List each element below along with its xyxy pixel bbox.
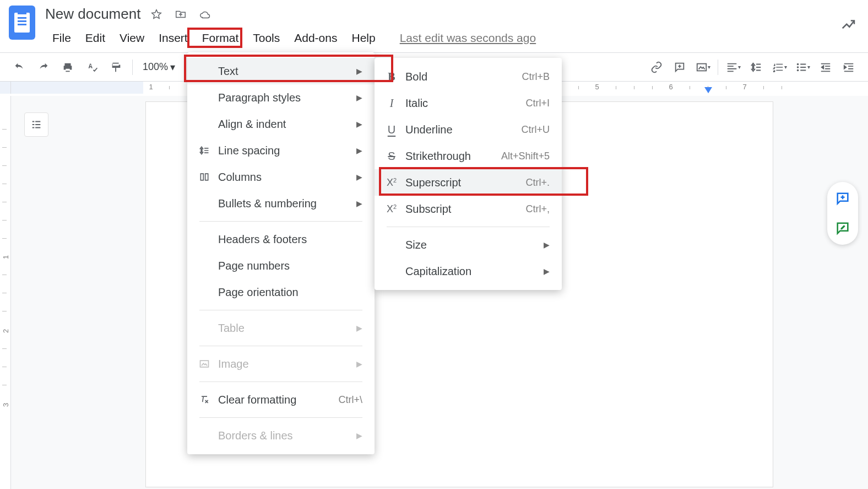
menu-tools[interactable]: Tools	[246, 29, 287, 47]
chevron-right-icon: ▶	[356, 359, 362, 368]
paint-format-button[interactable]	[107, 58, 126, 77]
menu-help[interactable]: Help	[344, 29, 382, 47]
svg-point-3	[796, 69, 799, 71]
chevron-right-icon: ▶	[356, 67, 362, 76]
text-subscript-item[interactable]: X2 Subscript Ctrl+,	[375, 196, 562, 222]
format-page-numbers-item[interactable]: Page numbers	[187, 252, 375, 279]
format-table-item: Table ▶	[187, 315, 375, 341]
menu-label: Italic	[405, 97, 497, 110]
vertical-ruler[interactable]: 1 2 3	[0, 96, 11, 489]
text-size-item[interactable]: Size ▶	[375, 232, 562, 258]
menu-label: Borders & lines	[218, 429, 339, 442]
menu-label: Paragraph styles	[218, 92, 339, 104]
chevron-right-icon: ▶	[356, 146, 362, 155]
underline-icon: U	[384, 123, 399, 136]
menu-insert[interactable]: Insert	[151, 29, 195, 47]
menu-label: Columns	[218, 171, 339, 184]
cloud-status-icon[interactable]	[199, 8, 211, 20]
menu-shortcut: Ctrl+I	[525, 98, 550, 109]
svg-point-2	[796, 66, 799, 68]
text-bold-item[interactable]: B Bold Ctrl+B	[375, 63, 562, 90]
zoom-select[interactable]: 100%▾	[139, 61, 178, 73]
line-spacing-button[interactable]	[747, 58, 766, 77]
format-bullets-numbering-item[interactable]: Bullets & numbering ▶	[187, 190, 375, 217]
chevron-right-icon: ▶	[544, 267, 550, 276]
insert-comment-button[interactable]	[670, 58, 689, 77]
menu-label: Size	[405, 239, 526, 251]
ruler-number: 7	[742, 83, 746, 91]
format-align-indent-item[interactable]: Align & indent ▶	[187, 111, 375, 137]
menu-shortcut: Ctrl+B	[522, 71, 550, 83]
chevron-right-icon: ▶	[356, 93, 362, 102]
menu-label: Table	[218, 322, 339, 335]
add-comment-fab[interactable]	[832, 187, 854, 209]
italic-icon: I	[384, 97, 399, 110]
menu-label: Headers & footers	[218, 233, 362, 246]
chevron-down-icon: ▾	[170, 61, 175, 73]
text-capitalization-item[interactable]: Capitalization ▶	[375, 258, 562, 284]
format-page-orientation-item[interactable]: Page orientation	[187, 279, 375, 305]
bulleted-list-button[interactable]: ▾	[793, 58, 812, 77]
menu-shortcut: Alt+Shift+5	[501, 151, 550, 162]
undo-button[interactable]	[10, 58, 29, 77]
decrease-indent-button[interactable]	[816, 58, 835, 77]
star-icon[interactable]	[150, 8, 162, 20]
chevron-right-icon: ▶	[544, 240, 550, 249]
side-actions	[827, 182, 858, 245]
text-italic-item[interactable]: I Italic Ctrl+I	[375, 90, 562, 116]
menu-addons[interactable]: Add-ons	[287, 29, 344, 47]
text-superscript-item[interactable]: X2 Superscript Ctrl+.	[375, 169, 562, 196]
ruler-number: 1	[149, 83, 153, 91]
menu-edit[interactable]: Edit	[78, 29, 112, 47]
format-clear-formatting-item[interactable]: Clear formatting Ctrl+\	[187, 386, 375, 413]
menu-file[interactable]: File	[45, 29, 78, 47]
ruler-indent-marker[interactable]	[704, 87, 712, 96]
format-line-spacing-item[interactable]: Line spacing ▶	[187, 137, 375, 164]
last-edit-link[interactable]: Last edit was seconds ago	[393, 29, 544, 47]
menu-label: Line spacing	[218, 144, 339, 157]
insert-link-button[interactable]	[647, 58, 666, 77]
clear-format-icon	[197, 394, 211, 405]
vruler-number: 2	[2, 329, 10, 333]
move-icon[interactable]	[175, 8, 187, 20]
text-submenu: B Bold Ctrl+B I Italic Ctrl+I U Underlin…	[375, 58, 562, 290]
chevron-right-icon: ▶	[356, 431, 362, 440]
insert-image-button[interactable]: ▾	[693, 58, 712, 77]
subscript-icon: X2	[384, 203, 399, 215]
ruler-number: 5	[595, 83, 599, 91]
menu-label: Page numbers	[218, 260, 362, 272]
format-menu: Text ▶ Paragraph styles ▶ Align & indent…	[187, 52, 375, 454]
format-borders-lines-item: Borders & lines ▶	[187, 422, 375, 449]
format-text-item[interactable]: Text ▶	[187, 58, 375, 84]
suggest-edits-fab[interactable]	[832, 217, 854, 239]
format-columns-item[interactable]: Columns ▶	[187, 164, 375, 190]
menu-label: Clear formatting	[218, 394, 310, 406]
bold-icon: B	[384, 71, 399, 83]
menu-label: Text	[218, 65, 339, 78]
line-spacing-icon	[197, 145, 211, 156]
print-button[interactable]	[58, 58, 77, 77]
document-outline-button[interactable]	[24, 112, 48, 137]
menu-label: Capitalization	[405, 265, 526, 278]
document-title[interactable]: New document	[45, 6, 140, 23]
docs-logo[interactable]	[9, 6, 35, 40]
menu-shortcut: Ctrl+,	[525, 203, 550, 215]
image-icon	[197, 358, 211, 369]
superscript-icon: X2	[384, 177, 399, 189]
format-paragraph-styles-item[interactable]: Paragraph styles ▶	[187, 84, 375, 111]
vruler-number: 1	[2, 255, 10, 259]
menu-view[interactable]: View	[112, 29, 151, 47]
redo-button[interactable]	[34, 58, 53, 77]
menu-format[interactable]: Format	[195, 29, 246, 47]
format-headers-footers-item[interactable]: Headers & footers	[187, 226, 375, 252]
activity-icon[interactable]	[840, 17, 857, 35]
spellcheck-button[interactable]	[83, 58, 101, 77]
strikethrough-icon: S	[384, 150, 399, 163]
menu-label: Underline	[405, 123, 492, 136]
numbered-list-button[interactable]: ▾	[770, 58, 789, 77]
align-button[interactable]: ▾	[724, 58, 742, 77]
text-strikethrough-item[interactable]: S Strikethrough Alt+Shift+5	[375, 143, 562, 169]
increase-indent-button[interactable]	[839, 58, 858, 77]
format-image-item: Image ▶	[187, 351, 375, 377]
text-underline-item[interactable]: U Underline Ctrl+U	[375, 116, 562, 143]
